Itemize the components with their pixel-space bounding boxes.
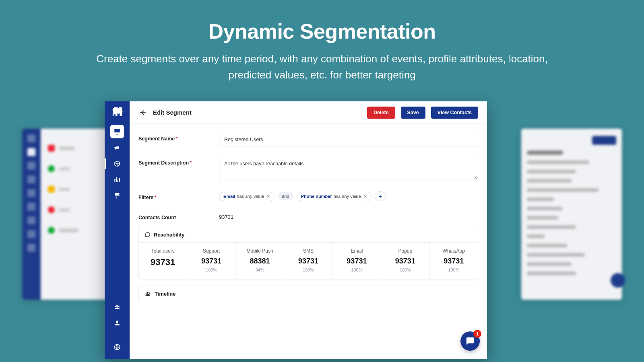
segment-name-input[interactable] <box>219 133 478 146</box>
chat-fab-button[interactable]: 1 <box>460 331 480 351</box>
reach-col-popup: Popup 93731 100% <box>381 243 429 280</box>
remove-filter-icon[interactable]: ✕ <box>266 194 270 199</box>
nav-paint-icon[interactable] <box>110 189 124 203</box>
contacts-count-label: Contacts Count <box>138 212 219 220</box>
remove-filter-icon[interactable]: ✕ <box>363 194 367 199</box>
reachability-header: Reachability <box>154 232 185 238</box>
filter-chip-email[interactable]: Email has any value ✕ <box>219 192 275 201</box>
nav-people-icon[interactable] <box>110 300 124 314</box>
topbar: Edit Segment Delete Save View Contacts <box>130 101 487 124</box>
reach-col-sms: SMS 93731 100% <box>284 243 332 280</box>
reach-col-email: Email 93731 100% <box>333 243 381 280</box>
sidebar <box>105 101 130 359</box>
chat-badge: 1 <box>473 330 481 338</box>
chat-bubble-icon <box>144 232 151 238</box>
nav-megaphone-icon[interactable] <box>110 141 124 154</box>
segment-description-input[interactable] <box>219 157 478 179</box>
nav-box-icon[interactable] <box>110 157 124 171</box>
nav-user-icon[interactable] <box>110 316 124 330</box>
page-title: Edit Segment <box>153 109 192 116</box>
timeline-panel: Timeline <box>138 286 478 301</box>
nav-presentation-icon[interactable] <box>110 125 124 138</box>
reach-col-support: Support 93731 100% <box>187 243 235 280</box>
background-card-left <box>22 129 111 300</box>
reachability-panel: Reachability Total users 93731 Support 9… <box>138 227 478 280</box>
chat-icon <box>466 337 475 346</box>
users-icon <box>144 290 151 297</box>
reach-col-whatsapp: WhatsApp 93731 100% <box>430 243 478 280</box>
background-card-right <box>521 129 622 300</box>
reach-col-mobile-push: Mobile Push 88381 94% <box>236 243 284 280</box>
filter-operator-and: and <box>278 192 293 200</box>
reach-total-users: Total users 93731 <box>139 243 187 280</box>
view-contacts-button[interactable]: View Contacts <box>431 107 478 119</box>
contacts-count-value: 93731 <box>219 212 478 220</box>
nav-analytics-icon[interactable] <box>110 173 124 187</box>
delete-button[interactable]: Delete <box>367 107 395 119</box>
filter-chip-phone[interactable]: Phone number has any value ✕ <box>297 192 372 201</box>
app-window: Edit Segment Delete Save View Contacts S… <box>105 101 487 359</box>
timeline-header: Timeline <box>155 291 176 297</box>
back-button[interactable] <box>138 108 147 117</box>
nav-globe-icon[interactable] <box>110 340 124 354</box>
segment-name-label: Segment Name* <box>138 133 219 142</box>
hero-subtitle: Create segments over any time period, wi… <box>80 51 564 83</box>
save-button[interactable]: Save <box>401 107 425 119</box>
add-filter-button[interactable]: + <box>375 191 386 201</box>
hero-title: Dynamic Segmentation <box>0 19 644 43</box>
app-logo-icon <box>110 106 124 118</box>
filters-label: Filters* <box>138 191 219 200</box>
segment-description-label: Segment Description* <box>138 157 219 166</box>
